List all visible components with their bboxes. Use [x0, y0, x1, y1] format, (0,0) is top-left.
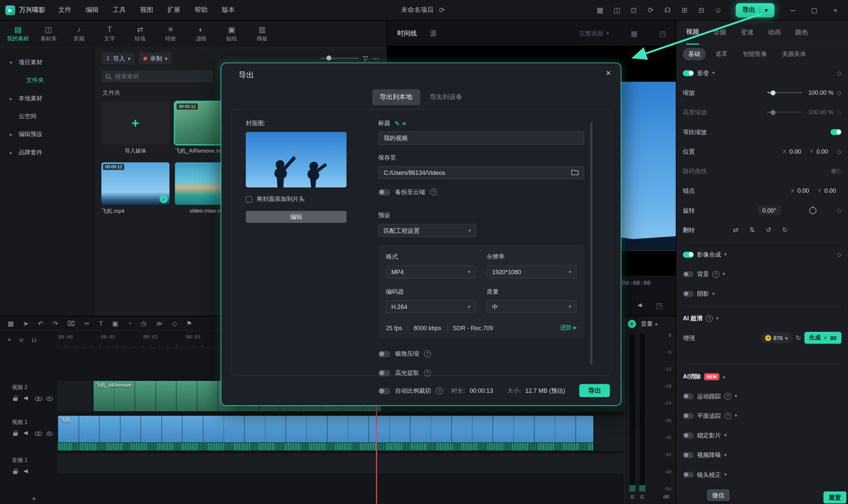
maximize-button[interactable]: ▢	[807, 6, 822, 14]
tab-effects[interactable]: ✳ 特效	[157, 25, 184, 42]
filter-icon[interactable]: ▽	[363, 55, 368, 62]
transform-collapse-icon[interactable]: ▾	[712, 70, 714, 75]
save-path-field[interactable]: C:/Users/86134/Videos	[378, 166, 584, 179]
position-x-value[interactable]: 0.00	[789, 148, 801, 155]
split-icon[interactable]: ✂	[84, 320, 90, 327]
mute-track-icon[interactable]	[23, 395, 30, 402]
close-button[interactable]: ×	[828, 6, 843, 14]
lens-correction-toggle[interactable]	[683, 471, 694, 478]
hide-track-icon[interactable]	[46, 430, 53, 436]
advanced-link[interactable]: 进阶 ▸	[560, 324, 576, 332]
user-account-icon[interactable]: ☺	[713, 6, 723, 14]
fullscreen-icon[interactable]: ◳	[656, 301, 662, 310]
rotate-value[interactable]: 0.00°	[758, 205, 781, 215]
quality-dropdown[interactable]: 中 ▾	[487, 300, 576, 313]
hide-track-icon[interactable]	[46, 395, 53, 402]
generate-button[interactable]: 生成 ⚡ 80	[804, 332, 841, 344]
highlight-toggle[interactable]	[378, 370, 390, 376]
import-button[interactable]: ↧ 导入 ▾	[101, 52, 135, 64]
title-input[interactable]	[378, 131, 584, 145]
lock-track-icon[interactable]	[12, 395, 19, 402]
menu-edit[interactable]: 编辑	[86, 5, 99, 15]
plugins-grid-icon[interactable]: ⊞	[680, 6, 690, 14]
stabilize-toggle[interactable]	[683, 432, 694, 438]
dual-display-icon[interactable]: ◫	[612, 6, 622, 14]
tab-audio[interactable]: ♪ 音频	[65, 25, 92, 42]
menu-help[interactable]: 帮助	[194, 5, 207, 15]
minimize-button[interactable]: ─	[786, 6, 800, 14]
rotate-ccw-icon[interactable]: ↺	[766, 226, 772, 234]
planar-tracking-help-icon[interactable]: ?	[724, 412, 731, 419]
delete-icon[interactable]: ⌧	[67, 320, 75, 327]
menu-file[interactable]: 文件	[58, 5, 71, 15]
compress-toggle[interactable]	[378, 351, 390, 357]
add-track-plus[interactable]: +	[32, 494, 36, 503]
select-tool-icon[interactable]: ➤	[23, 320, 29, 327]
planar-tracking-toggle[interactable]	[683, 413, 694, 418]
backup-cloud-toggle[interactable]	[378, 189, 390, 195]
save-project-icon[interactable]: ⊡	[629, 6, 639, 14]
tree-item-brand-kit[interactable]: ▸ 品牌套件	[0, 143, 93, 161]
tree-item-local-media[interactable]: ▸ 本地素材	[0, 89, 93, 107]
marker-icon[interactable]: ⚑	[186, 320, 192, 327]
rotate-cw-icon[interactable]: ↻	[782, 226, 788, 234]
mask-icon[interactable]: ◔	[127, 320, 131, 327]
media-item-import[interactable]: + 导入媒体	[101, 102, 170, 155]
tab-speed[interactable]: 变速	[741, 21, 754, 44]
denoise-toggle[interactable]	[683, 452, 694, 458]
credits-pill[interactable]: + 876 +	[761, 332, 792, 343]
tab-animation[interactable]: 动画	[768, 21, 781, 44]
search-input[interactable]	[114, 73, 209, 80]
preview-tab-source[interactable]: 源	[430, 29, 437, 38]
cloud-sync-icon[interactable]: ⟳	[646, 6, 656, 14]
feiji-thumbnail[interactable]: 00:00:12 ✓	[101, 162, 170, 205]
anchor-x-value[interactable]: 0.00	[797, 187, 809, 194]
media-search[interactable]	[101, 70, 213, 82]
uniform-scale-toggle[interactable]	[830, 129, 841, 135]
timer-icon[interactable]: ◷	[141, 320, 146, 327]
menu-extensions[interactable]: 扩展	[167, 5, 180, 15]
tab-transitions[interactable]: ⇄ 转场	[126, 25, 154, 42]
motion-tracking-toggle[interactable]	[683, 393, 694, 399]
tab-stock-media[interactable]: ◫ 素材库	[35, 25, 62, 42]
magnet-icon[interactable]: ∪	[19, 336, 23, 343]
background-help-icon[interactable]: ?	[712, 271, 719, 277]
tab-color[interactable]: 颜色	[795, 21, 808, 44]
timeline-clip-feiji[interactable]: 飞机	[57, 415, 594, 451]
lock-track-icon[interactable]	[12, 468, 19, 474]
export-button[interactable]: 导出 ▾	[736, 3, 775, 17]
mute-track-icon[interactable]	[23, 468, 30, 474]
tree-item-project-media[interactable]: ▾ 项目素材	[0, 53, 93, 71]
tab-text[interactable]: T 文字	[96, 25, 123, 42]
text-tool-icon[interactable]: T	[99, 320, 103, 327]
speed-icon[interactable]: ≫	[156, 320, 163, 327]
undo-icon[interactable]: ↶	[38, 320, 43, 327]
support-headset-icon[interactable]: ☊	[663, 6, 673, 14]
tab-video[interactable]: 视频	[686, 20, 699, 45]
highlight-help-icon[interactable]: ?	[424, 369, 431, 376]
lock-track-icon[interactable]	[12, 430, 19, 436]
reset-button[interactable]: 重置	[824, 491, 846, 503]
format-dropdown[interactable]: MP4 ▾	[386, 265, 476, 278]
compress-help-icon[interactable]: ?	[424, 350, 431, 357]
import-media-tile[interactable]: +	[101, 102, 170, 144]
redo-icon[interactable]: ↷	[53, 320, 58, 327]
background-toggle[interactable]	[683, 271, 694, 277]
cover-to-intro-row[interactable]: 将封面添加到片头	[246, 195, 347, 203]
tab-filters[interactable]: ◐ 滤镜	[188, 25, 215, 42]
mute-track-icon[interactable]	[23, 430, 30, 436]
preview-tab-timeline[interactable]: 时间线	[397, 29, 417, 38]
ripple-icon[interactable]: ⊔	[32, 336, 36, 343]
compositing-collapse-icon[interactable]: ▾	[724, 252, 726, 257]
subtab-basic[interactable]: 基础	[683, 48, 706, 60]
motion-tracking-help-icon[interactable]: ?	[724, 392, 731, 399]
tree-item-cloud[interactable]: 云空间	[0, 107, 93, 125]
anchor-y-value[interactable]: 0.00	[824, 187, 836, 194]
preview-quality-icon[interactable]: ▦	[631, 29, 637, 37]
record-button[interactable]: 录制 ▾	[139, 52, 172, 64]
export-confirm-button[interactable]: 导出	[579, 384, 610, 397]
tab-templates[interactable]: ▥ 模板	[248, 25, 276, 42]
menu-tools[interactable]: 工具	[113, 5, 126, 15]
subtab-beauty[interactable]: 美颜美体	[776, 48, 811, 60]
folder-icon[interactable]	[571, 169, 579, 177]
